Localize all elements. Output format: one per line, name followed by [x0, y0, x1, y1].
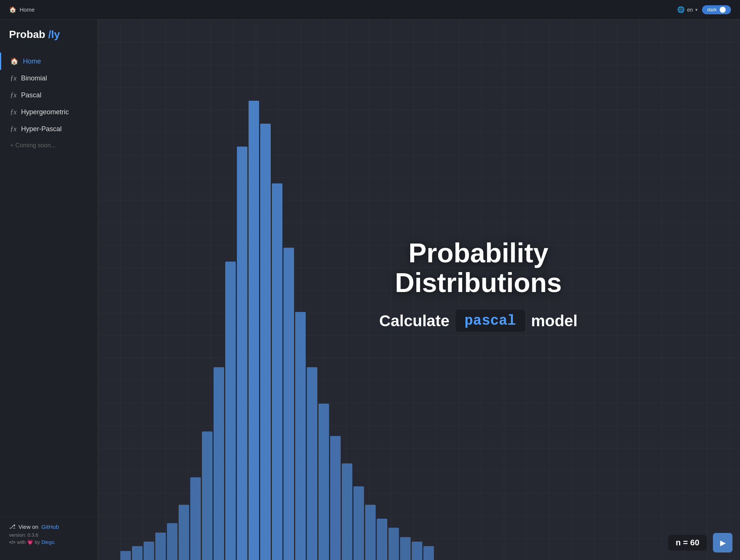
main-content: Probability Distributions Calculate pasc… [98, 20, 740, 560]
sidebar-item-pascal[interactable]: ƒx Pascal [0, 87, 97, 104]
sidebar-item-hypergeometric-label: Hypergeometric [21, 108, 69, 116]
github-link[interactable]: ⎇ View on GitHub [9, 523, 88, 530]
bar [260, 124, 271, 560]
main-layout: Probab /ly 🏠 Home ƒx Binomial ƒx Pascal … [0, 20, 740, 560]
fx-pascal-icon: ƒx [10, 91, 17, 99]
bar [400, 537, 411, 560]
theme-label: dark [707, 7, 717, 12]
lang-label: en [687, 7, 693, 13]
sidebar-item-hypergeometric[interactable]: ƒx Hypergeometric [0, 104, 97, 121]
globe-icon: 🌐 [677, 6, 685, 13]
logo-part1: Probab [9, 29, 45, 40]
sidebar: Probab /ly 🏠 Home ƒx Binomial ƒx Pascal … [0, 20, 98, 560]
made-with: </> with 💗 by Diego. [9, 539, 88, 545]
logo: Probab /ly [0, 29, 97, 53]
sidebar-item-coming-soon: + Coming soon... [0, 138, 97, 153]
coming-soon-label: + Coming soon... [10, 142, 56, 149]
bar [144, 542, 154, 560]
play-button[interactable]: ▶ [713, 533, 732, 552]
made-with-suffix: by [35, 539, 40, 545]
bar [249, 101, 259, 560]
bar [190, 477, 201, 560]
sidebar-item-binomial[interactable]: ƒx Binomial [0, 70, 97, 87]
fx-hypergeometric-icon: ƒx [10, 108, 17, 116]
histogram-chart [120, 20, 434, 560]
fx-binomial-icon: ƒx [10, 74, 17, 82]
github-prefix: View on [18, 524, 38, 530]
heart-icon: 💗 [27, 539, 33, 545]
bar [377, 519, 387, 560]
fx-hyperpascal-icon: ƒx [10, 125, 17, 133]
bar [388, 528, 399, 560]
bar [225, 262, 236, 560]
navbar: 🏠 Home 🌐 en ▾ dark [0, 0, 740, 20]
chevron-down-icon: ▾ [695, 7, 698, 12]
git-icon: ⎇ [9, 523, 15, 530]
bar [365, 505, 376, 560]
made-with-prefix: with [17, 539, 26, 545]
sidebar-nav: 🏠 Home ƒx Binomial ƒx Pascal ƒx Hypergeo… [0, 53, 97, 517]
sidebar-item-home[interactable]: 🏠 Home [0, 53, 97, 70]
n-value-display: n = 60 [668, 535, 707, 551]
sidebar-item-home-label: Home [23, 58, 41, 65]
author-link[interactable]: Diego. [41, 539, 56, 545]
bar [155, 533, 166, 560]
navbar-right: 🌐 en ▾ dark [677, 5, 731, 14]
github-url[interactable]: GitHub [41, 524, 59, 530]
dark-mode-toggle[interactable]: dark [702, 5, 731, 14]
bar [330, 436, 341, 560]
bar [179, 505, 189, 560]
play-icon: ▶ [720, 538, 726, 547]
logo-part2: ly [51, 29, 60, 40]
bar [214, 367, 224, 560]
bar [342, 463, 352, 560]
sidebar-item-binomial-label: Binomial [21, 74, 47, 82]
bar [353, 486, 364, 560]
bar [412, 542, 422, 560]
bar [167, 523, 177, 560]
sidebar-item-pascal-label: Pascal [21, 91, 41, 99]
bar [120, 551, 131, 560]
code-icon: </> [9, 540, 15, 545]
bottom-bar: n = 60 ▶ [668, 533, 732, 552]
bar [284, 248, 294, 560]
sidebar-item-hyper-pascal[interactable]: ƒx Hyper-Pascal [0, 121, 97, 138]
language-selector[interactable]: 🌐 en ▾ [677, 6, 698, 13]
sidebar-item-hyper-pascal-label: Hyper-Pascal [21, 125, 62, 133]
bar [272, 183, 282, 560]
toggle-indicator [720, 7, 726, 13]
version-text: version: 0.3.6 [9, 532, 88, 538]
bar [295, 312, 306, 560]
navbar-home-link[interactable]: 🏠 Home [9, 6, 677, 13]
bar [318, 404, 329, 560]
navbar-home-label: Home [20, 6, 35, 13]
logo-separator: / [45, 29, 51, 40]
bar [202, 431, 212, 560]
bar [423, 546, 434, 560]
home-icon: 🏠 [10, 57, 18, 65]
bar [237, 147, 247, 560]
home-nav-icon: 🏠 [9, 6, 17, 13]
bar [307, 367, 317, 560]
sidebar-footer: ⎇ View on GitHub version: 0.3.6 </> with… [0, 517, 97, 551]
bar [132, 546, 143, 560]
